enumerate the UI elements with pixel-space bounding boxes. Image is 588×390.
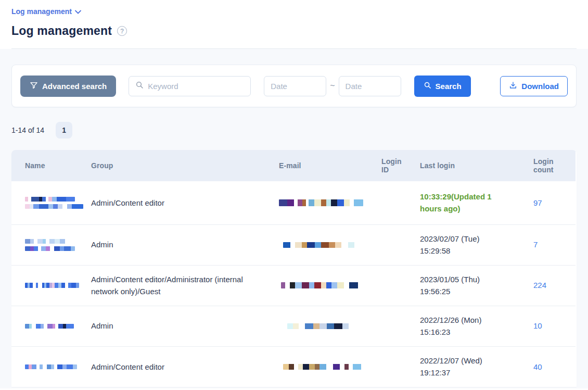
group-cell: Admin/Content editor — [91, 197, 258, 209]
page-button-1[interactable]: 1 — [56, 122, 72, 139]
search-icon — [135, 81, 144, 91]
login-count-link[interactable]: 10 — [533, 321, 542, 330]
group-cell: Admin/Content editor — [91, 361, 258, 373]
chevron-down-icon[interactable] — [75, 7, 81, 16]
column-header-email: E-mail — [271, 150, 372, 181]
redacted-email — [287, 323, 360, 329]
redacted-email — [281, 282, 368, 288]
advanced-search-button[interactable]: Advanced search — [20, 76, 116, 97]
redacted-name — [25, 364, 77, 369]
last-login-cell: 2022/12/26 (Mon) 15:16:23 — [420, 314, 507, 338]
log-table: Name Group E-mail Login ID Last login Lo… — [11, 150, 576, 387]
keyword-input[interactable] — [148, 82, 244, 91]
redacted-email — [279, 199, 363, 206]
pagination-range: 1-14 of 14 — [11, 126, 44, 134]
group-cell: Admin/Content editor/Administrator (inte… — [91, 273, 258, 298]
pagination: 1-14 of 14 1 — [11, 122, 577, 139]
redacted-name — [25, 239, 85, 251]
login-id-cell — [372, 181, 410, 224]
table-header-row: Name Group E-mail Login ID Last login Lo… — [11, 150, 576, 181]
search-icon — [424, 81, 431, 91]
table-row: Admin 2023/02/07 (Tue) 15:29:58 7 — [11, 224, 576, 265]
log-table-container: Name Group E-mail Login ID Last login Lo… — [11, 150, 577, 387]
table-row: Admin/Content editor 10:33:29(Updated 1 … — [11, 181, 576, 224]
login-id-cell — [372, 224, 410, 265]
advanced-search-label: Advanced search — [42, 82, 107, 91]
column-header-login-count: Login count — [523, 150, 576, 181]
search-button-label: Search — [436, 82, 462, 91]
breadcrumb-label[interactable]: Log management — [11, 7, 72, 16]
login-id-cell — [372, 306, 410, 346]
group-cell: Admin — [91, 320, 258, 332]
login-count-link[interactable]: 7 — [533, 240, 538, 249]
download-button[interactable]: Download — [500, 76, 568, 96]
page-title: Log management — [11, 24, 112, 38]
keyword-input-wrap — [129, 76, 251, 96]
redacted-email — [283, 364, 366, 370]
login-id-cell — [372, 265, 410, 306]
table-row: Admin/Content editor 2022/12/07 (Wed) 19… — [11, 346, 576, 387]
redacted-email — [283, 242, 362, 248]
group-cell: Admin — [91, 238, 258, 250]
help-icon[interactable]: ? — [117, 26, 127, 36]
date-from-input[interactable] — [271, 82, 319, 91]
redacted-name — [25, 324, 74, 329]
last-login-cell: 2023/01/05 (Thu) 19:56:25 — [420, 273, 507, 298]
search-button[interactable]: Search — [414, 76, 471, 97]
column-header-group: Group — [91, 150, 271, 181]
download-icon — [509, 81, 517, 91]
last-login-cell: 10:33:29(Updated 1 hours ago) — [420, 191, 507, 215]
table-row: Admin/Content editor/Administrator (inte… — [11, 265, 576, 306]
search-toolbar: Advanced search ~ Search Download — [11, 65, 577, 107]
column-header-login-id: Login ID — [372, 150, 410, 181]
last-login-cell: 2022/12/07 (Wed) 19:12:37 — [420, 355, 507, 379]
date-to-wrap — [339, 76, 401, 96]
column-header-name: Name — [11, 150, 91, 181]
table-row: Admin 2022/12/26 (Mon) 15:16:23 10 — [11, 306, 576, 346]
login-id-cell — [372, 346, 410, 387]
breadcrumb[interactable]: Log management — [11, 7, 577, 16]
date-to-input[interactable] — [346, 82, 394, 91]
page-header: Log management Log management ? — [0, 0, 588, 48]
date-range-separator: ~ — [330, 81, 335, 91]
date-from-wrap — [264, 76, 326, 96]
login-count-link[interactable]: 40 — [533, 362, 542, 371]
redacted-name — [25, 283, 79, 288]
column-header-last-login: Last login — [410, 150, 523, 181]
login-count-link[interactable]: 224 — [533, 281, 546, 290]
download-button-label: Download — [521, 82, 559, 91]
content-area: Advanced search ~ Search Download — [0, 49, 588, 388]
filter-funnel-icon — [30, 81, 38, 91]
login-count-link[interactable]: 97 — [533, 198, 542, 207]
last-login-cell: 2023/02/07 (Tue) 15:29:58 — [420, 233, 507, 257]
redacted-name — [25, 197, 85, 209]
